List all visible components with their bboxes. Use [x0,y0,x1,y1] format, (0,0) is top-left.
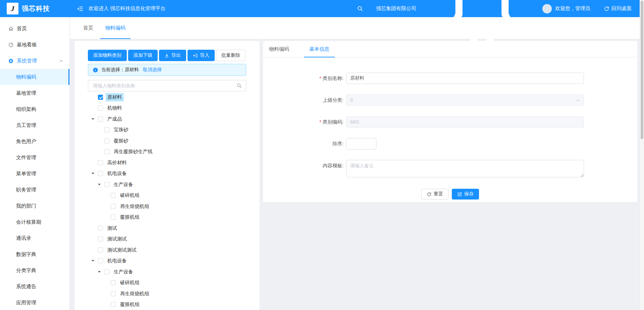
cancel-selection-link[interactable]: 取消选择 [143,67,162,73]
tree-checkbox[interactable] [98,248,103,253]
tree-node-label[interactable]: 破碎机组 [118,191,141,200]
tree-node[interactable]: 生产设备 [88,266,246,277]
tree-node-label[interactable]: 机电设备 [106,169,128,178]
sidebar-subitem-11[interactable]: 通讯录 [0,230,69,246]
tree-node-label[interactable]: 覆膜机组 [118,213,141,221]
tree-node[interactable]: 再生覆膜砂生产线 [88,146,246,158]
tree-node-label[interactable]: 高价材料 [106,159,128,167]
tree-node[interactable]: 产成品 [88,114,246,125]
tree-checkbox[interactable] [98,258,103,263]
sidebar-subitem-15[interactable]: 应用管理 [0,295,69,310]
caret-down-icon[interactable] [92,173,94,174]
tree-checkbox[interactable] [98,95,103,100]
add-child-button[interactable]: 添加下级 [128,50,158,61]
tree-node-label[interactable]: 宝珠砂 [112,126,130,134]
caret-down-icon[interactable] [98,271,101,273]
tree-checkbox[interactable] [98,105,103,110]
tree-node[interactable]: 破碎机组 [88,190,246,201]
tree-node-label[interactable]: 产成品 [106,115,124,123]
tree-node-label[interactable]: 机电设备 [106,257,128,265]
sort-order-input[interactable] [346,138,376,149]
tree-node-label[interactable]: 破碎机组 [118,278,141,287]
tree-node-label[interactable]: 再生焙烧机组 [118,202,151,211]
tree-checkbox[interactable] [98,171,103,176]
sidebar-subitem-9[interactable]: 我的部门 [0,198,69,214]
tree-checkbox[interactable] [98,117,103,122]
tree-node-label[interactable]: 再生焙烧机组 [118,290,151,298]
sidebar-subitem-6[interactable]: 文件管理 [0,149,69,166]
tree-checkbox[interactable] [111,204,116,209]
batch-delete-button[interactable]: 批量删除 [216,50,246,61]
back-to-desktop-button[interactable]: 回到桌面 [604,5,632,12]
tree-checkbox[interactable] [104,138,109,143]
tree-checkbox[interactable] [104,269,109,274]
tree-checkbox[interactable] [98,160,103,165]
tree-checkbox[interactable] [111,193,116,198]
sidebar-subitem-7[interactable]: 菜单管理 [0,166,69,182]
content-template-textarea[interactable] [346,160,584,177]
company-name[interactable]: 强芯集团有限公司 [376,5,416,12]
sidebar-subitem-5[interactable]: 角色用户 [0,133,69,149]
page-scrollbar[interactable] [640,0,644,310]
tree-node-label[interactable]: 再生覆膜砂生产线 [112,147,154,156]
sidebar-subitem-10[interactable]: 会计核算期 [0,214,69,230]
sidebar-item-2[interactable]: 基地看板 [0,37,69,53]
save-button[interactable]: 保存 [452,189,479,200]
search-icon[interactable] [357,5,363,12]
reset-button[interactable]: 重置 [421,189,448,200]
sidebar-subitem-14[interactable]: 系统通告 [0,278,69,295]
tree-node[interactable]: 生产设备 [88,179,246,190]
tree-node[interactable]: 机电设备 [88,168,246,179]
add-material-category-button[interactable]: 添加物料类别 [88,50,127,61]
sidebar-subitem-3[interactable]: 组织架构 [0,101,69,117]
sidebar-subitem-1[interactable]: 物料编码 [0,69,69,85]
fold-sidebar-icon[interactable] [76,5,84,12]
sidebar-subitem-12[interactable]: 数据字典 [0,246,69,262]
tab-1[interactable]: 首页 [78,17,98,39]
sidebar-item-1[interactable]: 首页 [0,20,69,37]
tree-checkbox[interactable] [111,215,116,220]
tree-node[interactable]: 再生焙烧机组 [88,201,246,212]
tree-node[interactable]: 再生焙烧机组 [88,288,246,299]
caret-down-icon[interactable] [98,184,101,185]
export-button[interactable]: 导出 [159,50,186,61]
tree-checkbox[interactable] [104,182,109,187]
tree-node[interactable]: 覆膜机组 [88,299,246,310]
tree-checkbox[interactable] [98,236,103,241]
caret-down-icon[interactable] [92,260,94,262]
notifications-button[interactable]: 99+ [432,0,532,59]
caret-down-icon[interactable] [92,118,94,120]
tree-node-label[interactable]: 机物料 [106,104,124,112]
tree-node[interactable]: 宝珠砂 [88,125,246,136]
avatar[interactable] [542,4,552,13]
tree-node[interactable]: 测试 [88,223,246,234]
sidebar-subitem-4[interactable]: 员工管理 [0,117,69,133]
tree-checkbox[interactable] [104,149,109,154]
sidebar-subitem-13[interactable]: 分类字典 [0,262,69,278]
sidebar-item-3[interactable]: 系统管理 [0,53,69,69]
sidebar-subitem-8[interactable]: 职务管理 [0,182,69,198]
tree-node[interactable]: 测试测试测试 [88,245,246,256]
tree-node-label[interactable]: 测试 [106,224,119,232]
tab-2[interactable]: 物料编码 [100,17,130,39]
tree-node[interactable]: 测试测试 [88,234,246,245]
tree-node-label[interactable]: 原材料 [106,93,124,101]
category-name-input[interactable] [346,73,584,84]
tree-checkbox[interactable] [104,127,109,132]
tree-node-label[interactable]: 生产设备 [112,180,135,189]
tree-node[interactable]: 覆膜砂 [88,135,246,146]
tree-node[interactable]: 破碎机组 [88,277,246,289]
panel-tab-1[interactable]: 物料编码 [264,41,294,57]
tree-checkbox[interactable] [111,280,116,285]
tree-checkbox[interactable] [98,226,103,231]
scrollbar-thumb[interactable] [641,1,643,139]
tree-node-label[interactable]: 测试测试 [106,235,128,243]
category-search-input[interactable] [92,83,236,89]
tree-node[interactable]: 机电设备 [88,256,246,267]
user-greeting[interactable]: 欢迎您，管理员 [555,5,590,12]
tree-node[interactable]: 覆膜机组 [88,212,246,223]
tree-checkbox[interactable] [111,302,116,307]
tree-node-label[interactable]: 覆膜机组 [118,300,141,309]
tree-node-label[interactable]: 测试测试测试 [106,246,138,254]
search-icon[interactable] [236,83,242,88]
